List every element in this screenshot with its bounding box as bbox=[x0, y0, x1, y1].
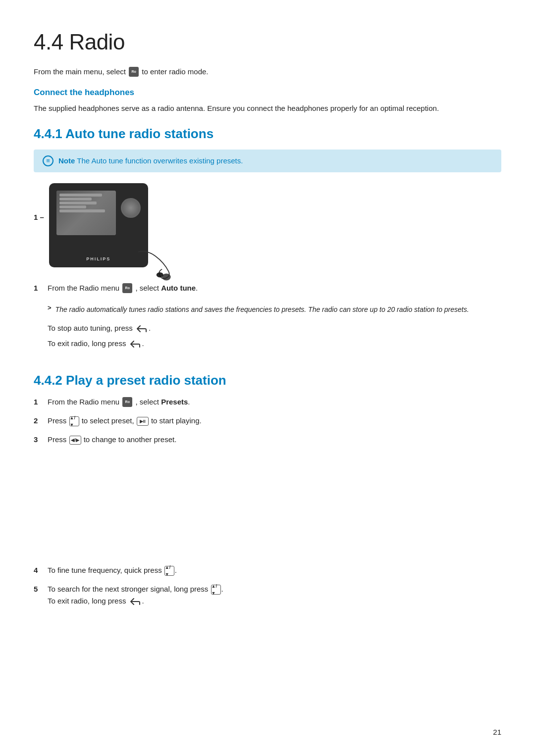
preset-step2-content: Press ▲/▼ to select preset, ▶II to start… bbox=[48, 415, 501, 427]
stop-line-2: To exit radio, long press . bbox=[48, 337, 501, 350]
connect-headphones-heading: Connect the headphones bbox=[34, 88, 501, 98]
intro-paragraph: From the main menu, select Ro to enter r… bbox=[34, 66, 501, 78]
screen-bar-1 bbox=[59, 194, 102, 197]
bottom-step5-content: To search for the next stronger signal, … bbox=[48, 583, 501, 607]
bottom-step4-number: 4 bbox=[34, 564, 48, 576]
preset-step1-number: 1 bbox=[34, 396, 48, 408]
intro-text-before: From the main menu, select bbox=[34, 67, 126, 76]
radio-icon-preset: Ro bbox=[122, 397, 132, 407]
play-preset-heading: 4.4.2 Play a preset radio station bbox=[34, 373, 501, 388]
back-icon-5 bbox=[130, 597, 141, 606]
screen-bar-3 bbox=[59, 202, 97, 204]
connect-headphones-body: The supplied headphones serve as a radio… bbox=[34, 102, 501, 114]
device-brand: PHILIPS bbox=[86, 256, 110, 261]
back-icon-1 bbox=[136, 324, 147, 333]
note-box: ≡ Note The Auto tune function overwrites… bbox=[34, 150, 501, 172]
device-image: PHILIPS bbox=[49, 183, 148, 267]
preset-step3-content: Press ◀/▶ to change to another preset. bbox=[48, 434, 501, 446]
preset-step3-number: 3 bbox=[34, 434, 48, 446]
device-screen bbox=[56, 191, 116, 235]
intro-text-after: to enter radio mode. bbox=[142, 67, 208, 76]
auto-tune-steps: 1 From the Radio menu Ro , select Auto t… bbox=[34, 282, 501, 294]
stop-line-1: To stop auto tuning, press . bbox=[48, 322, 501, 335]
bottom-step-4: 4 To fine tune frequency, quick press ▲/… bbox=[34, 564, 501, 576]
back-icon-2 bbox=[130, 340, 141, 349]
note-icon: ≡ bbox=[43, 155, 54, 166]
preset-step-3: 3 Press ◀/▶ to change to another preset. bbox=[34, 434, 501, 446]
screen-bar-2 bbox=[59, 198, 92, 201]
headphone-image bbox=[133, 248, 178, 282]
page-title: 4.4 Radio bbox=[34, 30, 501, 54]
lr-btn: ◀/▶ bbox=[69, 436, 81, 445]
step1-number: 1 bbox=[34, 282, 48, 294]
radio-menu-icon: Ro bbox=[129, 67, 139, 77]
screen-bar-4 bbox=[59, 205, 86, 208]
up-down-btn-4: ▲/▼ bbox=[164, 566, 174, 576]
auto-tune-heading: 4.4.1 Auto tune radio stations bbox=[34, 126, 501, 142]
play-preset-steps: 1 From the Radio menu Ro , select Preset… bbox=[34, 396, 501, 446]
bottom-step-5: 5 To search for the next stronger signal… bbox=[34, 583, 501, 607]
bottom-step4-content: To fine tune frequency, quick press ▲/▼. bbox=[48, 564, 501, 576]
bottom-step5-number: 5 bbox=[34, 583, 48, 595]
play-pause-btn: ▶II bbox=[137, 417, 149, 426]
svg-point-0 bbox=[162, 273, 171, 280]
bottom-steps: 4 To fine tune frequency, quick press ▲/… bbox=[34, 564, 501, 607]
auto-tune-step-1: 1 From the Radio menu Ro , select Auto t… bbox=[34, 282, 501, 294]
up-down-btn-5: ▲/▼ bbox=[211, 585, 221, 595]
spacer bbox=[34, 455, 501, 564]
auto-tune-sub-note: > The radio automatically tunes radio st… bbox=[48, 304, 501, 315]
screen-bar-5 bbox=[59, 209, 105, 212]
preset-step1-content: From the Radio menu Ro , select Presets. bbox=[48, 396, 501, 408]
preset-step2-number: 2 bbox=[34, 415, 48, 427]
preset-step-1: 1 From the Radio menu Ro , select Preset… bbox=[34, 396, 501, 408]
up-down-btn-2: ▲/▼ bbox=[69, 416, 79, 426]
sub-note-text: The radio automatically tunes radio stat… bbox=[55, 304, 469, 315]
step1-content: From the Radio menu Ro , select Auto tun… bbox=[48, 282, 501, 294]
device-screen-inner bbox=[56, 191, 116, 235]
preset-step-2: 2 Press ▲/▼ to select preset, ▶II to sta… bbox=[34, 415, 501, 427]
device-image-area: 1 – PHILIPS bbox=[34, 183, 501, 267]
device-knob bbox=[121, 198, 141, 218]
image-step-marker: 1 – bbox=[34, 213, 44, 221]
page-number: 21 bbox=[493, 728, 501, 736]
note-text: Note The Auto tune function overwrites e… bbox=[58, 156, 243, 165]
note-label: Note bbox=[58, 156, 75, 165]
radio-icon-step1: Ro bbox=[122, 283, 132, 293]
svg-point-1 bbox=[157, 272, 163, 277]
sub-note-arrow: > bbox=[48, 304, 52, 311]
